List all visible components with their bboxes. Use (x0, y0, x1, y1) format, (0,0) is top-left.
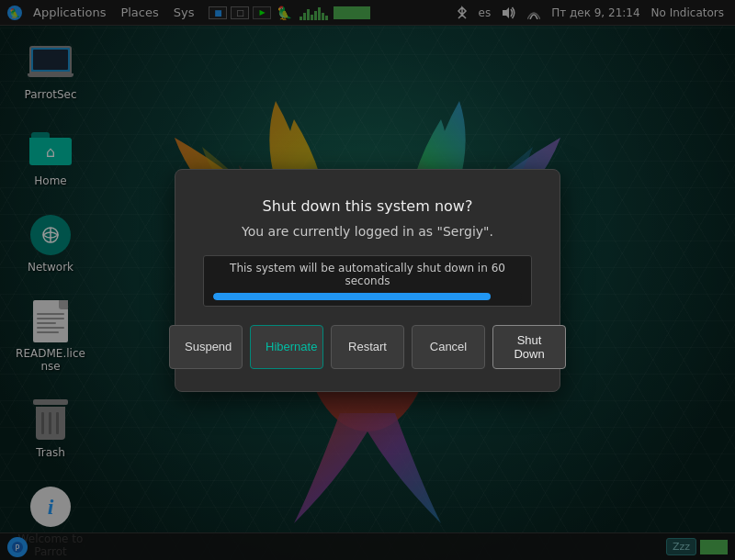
hibernate-button[interactable]: Hibernate (250, 325, 323, 369)
shutdown-dialog: Shut down this system now? You are curre… (175, 169, 560, 392)
modal-subtitle: You are currently logged in as "Sergiy". (203, 224, 532, 239)
modal-title: Shut down this system now? (203, 197, 532, 215)
progress-bar-background (213, 293, 522, 300)
progress-text: This system will be automatically shut d… (213, 262, 522, 287)
suspend-button[interactable]: Suspend (169, 325, 243, 369)
modal-overlay: Shut down this system now? You are curre… (0, 0, 735, 560)
cancel-button[interactable]: Cancel (412, 325, 485, 369)
shutdown-button[interactable]: Shut Down (492, 325, 566, 369)
desktop: 🦜 Applications Places Sys ■ □ (0, 0, 735, 560)
progress-bar-fill (213, 293, 491, 300)
progress-container: This system will be automatically shut d… (203, 255, 532, 307)
restart-button[interactable]: Restart (331, 325, 404, 369)
modal-buttons: Suspend Hibernate Restart Cancel Shut Do… (203, 325, 532, 369)
